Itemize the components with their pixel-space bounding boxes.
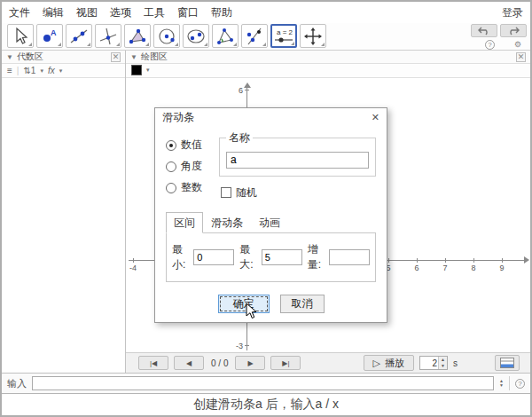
radio-icon[interactable]	[166, 183, 176, 193]
spin-up-icon[interactable]: ▲	[439, 357, 447, 363]
spinner-arrows[interactable]: ▲▼	[438, 357, 447, 369]
step-label: 增量:	[308, 242, 326, 272]
tool-bar: A	[2, 23, 530, 51]
menu-item-5[interactable]: 窗口	[177, 6, 199, 19]
step-input[interactable]	[329, 249, 370, 265]
skip-to-end-button[interactable]: ▶|	[270, 356, 301, 370]
speed-spinner[interactable]: 2 ▲▼	[419, 356, 448, 370]
dropdown-corner	[28, 43, 32, 46]
algebra-body[interactable]	[2, 78, 125, 373]
point-icon: A	[40, 27, 59, 46]
x-tick-label: 8	[465, 264, 482, 272]
gear-icon[interactable]: ⚙	[514, 40, 521, 50]
close-icon[interactable]: ✕	[516, 52, 526, 62]
dropdown-corner	[175, 43, 178, 46]
fx-options-icon[interactable]: fx	[48, 66, 55, 75]
construction-protocol-button[interactable]	[495, 355, 520, 371]
y-axis-arrow	[244, 83, 251, 88]
menu-item-1[interactable]: 编辑	[43, 6, 64, 19]
menu-item-6[interactable]: 帮助	[211, 6, 232, 19]
separator: |	[17, 66, 20, 75]
x-tick-label: 7	[436, 264, 454, 272]
dropdown-corner	[262, 43, 266, 46]
play-group: ▷ 播放 2 ▲▼ s	[364, 355, 458, 371]
algebra-header: ▼ 代数区 ✕	[2, 51, 125, 64]
menu-item-2[interactable]: 视图	[76, 6, 98, 19]
tool-angle[interactable]	[212, 24, 239, 48]
random-checkbox-row[interactable]: 随机	[221, 185, 376, 201]
radio-icon[interactable]	[166, 140, 176, 151]
tool-perpendicular-line[interactable]	[95, 24, 121, 48]
menu-items: 文件编辑视图选项工具窗口帮助	[9, 5, 245, 20]
tool-point[interactable]: A	[36, 24, 63, 48]
play-button[interactable]: ▷ 播放	[364, 355, 414, 371]
name-fieldset: 名称	[219, 130, 376, 177]
input-label: 输入	[7, 377, 27, 390]
x-tick-label: -4	[126, 264, 142, 272]
geogebra-window: 文件编辑视图选项工具窗口帮助 登录 A	[2, 2, 530, 394]
tool-line[interactable]	[66, 24, 92, 48]
tab-animation[interactable]: 动画	[251, 212, 288, 233]
angle-icon	[215, 27, 235, 46]
chevron-down-icon[interactable]: ▾	[146, 67, 150, 74]
radio-icon[interactable]	[166, 161, 176, 172]
name-legend: 名称	[226, 130, 253, 146]
ok-button[interactable]: 确定	[218, 295, 270, 313]
dialog-title: 滑动条	[162, 110, 194, 125]
tool-polygon[interactable]	[124, 24, 151, 48]
close-icon[interactable]: ✕	[111, 52, 121, 62]
menu-item-0[interactable]: 文件	[9, 6, 30, 19]
checkbox-icon[interactable]	[221, 187, 231, 198]
line-icon	[69, 27, 89, 46]
auxiliary-objects-icon[interactable]: ≡	[7, 66, 12, 75]
radio-angle[interactable]: 角度	[166, 159, 219, 174]
algebra-view: ▼ 代数区 ✕ ≡ | ⇅1 ▾ fx ▾	[2, 51, 126, 373]
input-history-icon[interactable]: ▲▼	[499, 379, 504, 388]
dropdown-corner	[87, 43, 90, 46]
collapse-icon[interactable]: ▼	[6, 53, 13, 61]
min-input[interactable]	[193, 249, 234, 265]
max-label: 最大:	[239, 242, 258, 272]
tool-slider[interactable]: a = 2	[270, 24, 297, 48]
collapse-icon[interactable]: ▼	[130, 53, 137, 61]
menu-item-4[interactable]: 工具	[144, 6, 165, 19]
menu-item-3[interactable]: 选项	[110, 6, 131, 19]
input-help-icon[interactable]: ?	[515, 379, 525, 389]
tool-reflect[interactable]	[241, 24, 268, 48]
tab-interval[interactable]: 区间	[166, 212, 203, 233]
dropdown-corner	[145, 43, 149, 46]
radio-label: 整数	[181, 180, 202, 195]
tab-slider[interactable]: 滑动条	[203, 212, 251, 233]
chevron-down-icon[interactable]: ▾	[40, 67, 43, 75]
dialog-titlebar[interactable]: 滑动条 ✕	[155, 108, 387, 127]
slider-dialog: 滑动条 ✕ 数值 角度	[154, 107, 387, 323]
tool-move-graphics-view[interactable]	[300, 24, 326, 48]
tool-move[interactable]	[7, 24, 34, 48]
tool-ellipse[interactable]	[183, 24, 209, 48]
radio-integer[interactable]: 整数	[166, 180, 219, 195]
x-tick	[417, 258, 418, 263]
sign-in-link[interactable]: 登录	[502, 5, 523, 20]
color-swatch[interactable]	[131, 65, 142, 75]
sort-icon[interactable]: ⇅1	[23, 66, 35, 75]
help-icon[interactable]: ?	[485, 40, 495, 50]
step-forward-button[interactable]: ▶	[235, 356, 265, 370]
cancel-button[interactable]: 取消	[280, 295, 325, 313]
undo-button[interactable]	[471, 24, 497, 37]
input-bar: 输入 ▲▼ ?	[2, 373, 530, 393]
tool-circle[interactable]	[153, 24, 180, 48]
step-back-button[interactable]: ◀	[174, 356, 204, 370]
max-input[interactable]	[262, 249, 302, 265]
radio-number[interactable]: 数值	[166, 138, 219, 153]
y-tick	[245, 90, 249, 90]
dialog-close-icon[interactable]: ✕	[372, 112, 379, 123]
redo-button[interactable]	[500, 24, 527, 37]
command-input[interactable]	[32, 376, 494, 390]
radio-label: 数值	[181, 138, 202, 153]
skip-to-start-button[interactable]: |◀	[138, 356, 168, 370]
dialog-body: 数值 角度 整数 名称	[155, 127, 387, 322]
chevron-down-icon[interactable]: ▾	[59, 67, 63, 75]
polygon-icon	[128, 27, 147, 46]
spin-down-icon[interactable]: ▼	[439, 363, 447, 369]
slider-name-input[interactable]	[226, 152, 369, 169]
